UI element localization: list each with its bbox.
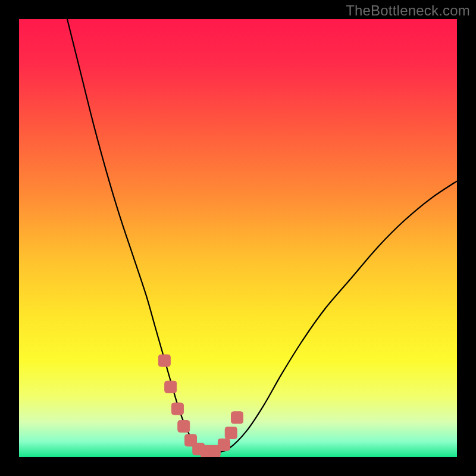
chart-svg	[19, 19, 457, 457]
watermark-text: TheBottleneck.com	[346, 2, 470, 19]
marker-point	[231, 412, 243, 424]
chart-background-gradient	[19, 19, 457, 457]
marker-point	[178, 420, 190, 432]
marker-point	[225, 427, 237, 439]
marker-point	[165, 381, 177, 393]
chart-frame: TheBottleneck.com	[0, 0, 476, 476]
chart-plot-area	[19, 19, 457, 457]
marker-point	[158, 355, 170, 367]
marker-point	[171, 403, 183, 415]
marker-point	[218, 439, 230, 450]
